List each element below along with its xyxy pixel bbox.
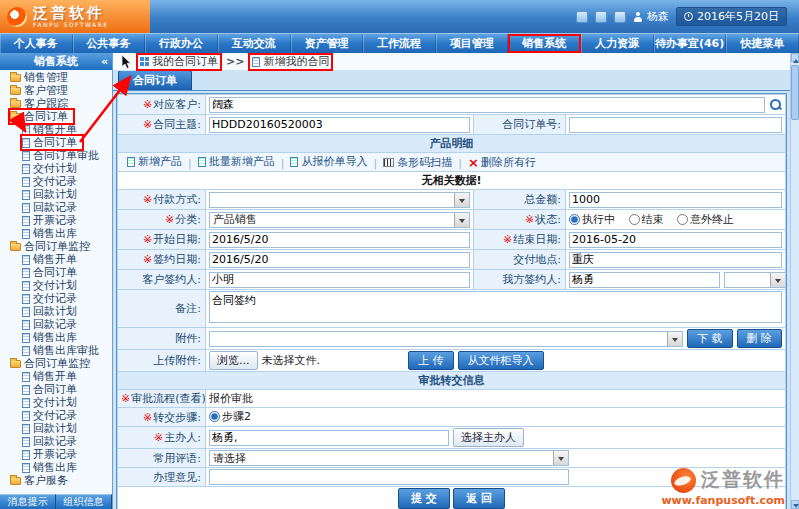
status-option-finished[interactable]: 结束 <box>629 212 664 227</box>
organizer-input[interactable] <box>209 430 449 446</box>
sidebar-item[interactable]: 回款计划 <box>22 422 82 435</box>
sidebar-item[interactable]: 交付计划 <box>22 162 82 175</box>
upload-button[interactable]: 上 传 <box>408 351 454 370</box>
order-no-input[interactable] <box>569 117 782 133</box>
home-icon[interactable] <box>576 11 588 23</box>
sidebar-item[interactable]: 回款记录 <box>22 201 82 214</box>
sidebar-item[interactable]: 销售出库 <box>22 227 82 240</box>
nav-item[interactable]: 人力资源 <box>581 34 654 53</box>
total-input[interactable] <box>569 192 782 208</box>
product-button[interactable]: 新增产品 <box>127 154 182 169</box>
logout-icon[interactable] <box>614 11 626 23</box>
sidebar-item[interactable]: 交付计划 <box>22 279 82 292</box>
sidebar-item[interactable]: 合同订单 <box>22 136 82 149</box>
sidebar-item[interactable]: 客户服务 <box>10 474 73 487</box>
sidebar-item[interactable]: 客户跟踪 <box>10 97 73 110</box>
sidebar-item[interactable]: 回款计划 <box>22 305 82 318</box>
nav-item[interactable]: 资产管理 <box>291 34 364 53</box>
start-date-input[interactable] <box>209 232 470 248</box>
nav-item[interactable]: 项目管理 <box>436 34 509 53</box>
messages-bar[interactable]: 消息提示 <box>0 494 56 509</box>
org-info-bar[interactable]: 组织信息 <box>56 494 112 509</box>
subject-input[interactable] <box>209 117 470 133</box>
status-radio-terminated[interactable] <box>677 214 688 225</box>
sidebar-item[interactable]: 开票记录 <box>22 214 82 227</box>
mail-icon[interactable] <box>595 11 607 23</box>
import-from-cabinet-button[interactable]: 从文件柜导入 <box>458 351 544 370</box>
status-radio-executing[interactable] <box>569 214 580 225</box>
sidebar-item[interactable]: 交付记录 <box>22 409 82 422</box>
sidebar-item[interactable]: 客户管理 <box>10 84 73 97</box>
our-signer-input[interactable] <box>569 272 720 288</box>
sidebar-item[interactable]: 合同订单监控 <box>10 240 95 253</box>
remark-textarea[interactable]: 合同签约 <box>209 291 782 323</box>
category-select[interactable]: 产品销售 <box>209 212 470 228</box>
breadcrumb-item-my-contract-orders[interactable]: 我的合同订单 <box>137 54 221 70</box>
sidebar-item[interactable]: 回款计划 <box>22 188 82 201</box>
product-button[interactable]: 条形码扫描 <box>383 155 452 170</box>
sidebar-item[interactable]: 回款记录 <box>22 318 82 331</box>
end-date-input[interactable] <box>569 232 782 248</box>
sidebar-item[interactable]: 销售出库审批 <box>22 344 104 357</box>
status-option-executing[interactable]: 执行中 <box>569 212 615 227</box>
sidebar-item[interactable]: 合同订单 <box>10 110 73 123</box>
comment-select[interactable]: 请选择 <box>209 450 569 466</box>
sidebar-item[interactable]: 交付记录 <box>22 292 82 305</box>
back-button[interactable]: 返 回 <box>453 488 505 509</box>
nav-item[interactable]: 工作流程 <box>363 34 436 53</box>
opinion-input[interactable] <box>209 469 569 485</box>
separator: | <box>373 157 377 170</box>
nav-item[interactable]: 个人事务 <box>0 34 73 53</box>
collapse-icon[interactable]: « <box>101 55 108 68</box>
sidebar-item[interactable]: 销售管理 <box>10 71 73 84</box>
nav-item[interactable]: 销售系统 <box>508 34 581 53</box>
sidebar-item-label: 回款记录 <box>33 435 77 448</box>
nav-item[interactable]: 行政办公 <box>145 34 218 53</box>
delete-button[interactable]: 删 除 <box>737 329 783 348</box>
browse-button[interactable]: 浏览... <box>209 351 258 370</box>
nav-item[interactable]: 待办事宜(46) <box>654 34 727 53</box>
search-icon[interactable] <box>769 98 782 111</box>
tab-contract-order[interactable]: 合同订单 <box>118 70 192 90</box>
breadcrumb-item-new-contract[interactable]: 新增我的合同 <box>249 54 332 70</box>
sign-date-input[interactable] <box>209 252 470 268</box>
sidebar-item[interactable]: 合同订单监控 <box>10 357 95 370</box>
delivery-place-input[interactable] <box>569 252 782 268</box>
our-signer-select[interactable] <box>724 272 786 288</box>
sidebar-item[interactable]: 销售出库 <box>22 461 82 474</box>
status-option-terminated[interactable]: 意外终止 <box>677 212 734 227</box>
sidebar-item[interactable]: 交付记录 <box>22 175 82 188</box>
scroll-down-icon[interactable] <box>791 500 799 509</box>
nav-item[interactable]: 快捷菜单 <box>726 34 799 53</box>
sidebar-item[interactable]: 销售开单 <box>22 123 82 136</box>
download-button[interactable]: 下 载 <box>687 329 733 348</box>
sidebar-item[interactable]: 合同订单 <box>22 383 82 396</box>
product-button[interactable]: 删除所有行 <box>468 155 536 170</box>
sidebar-item[interactable]: 合同订单审批 <box>22 149 104 162</box>
sidebar-item[interactable]: 回款记录 <box>22 435 82 448</box>
step-radio[interactable] <box>209 411 220 422</box>
sidebar-item[interactable]: 销售开单 <box>22 370 82 383</box>
document-icon <box>252 57 260 67</box>
payment-select[interactable] <box>209 192 470 208</box>
attachment-select[interactable] <box>209 331 683 347</box>
nav-item[interactable]: 互动交流 <box>218 34 291 53</box>
status-radio-finished[interactable] <box>629 214 640 225</box>
step-option[interactable]: 步骤2 <box>209 409 251 424</box>
sidebar-item[interactable]: 合同订单 <box>22 266 82 279</box>
sidebar-item[interactable]: 销售出库 <box>22 331 82 344</box>
nav-item[interactable]: 公共事务 <box>73 34 146 53</box>
sidebar-item[interactable]: 开票记录 <box>22 448 82 461</box>
submit-button[interactable]: 提 交 <box>398 488 450 509</box>
vertical-scrollbar[interactable] <box>790 53 799 509</box>
scrollbar-thumb[interactable] <box>791 65 799 120</box>
sidebar-item[interactable]: 销售开单 <box>22 253 82 266</box>
product-button[interactable]: 从报价单导入 <box>290 154 367 169</box>
customer-input[interactable] <box>209 97 765 113</box>
choose-organizer-button[interactable]: 选择主办人 <box>453 428 524 447</box>
sidebar-item[interactable]: 交付计划 <box>22 396 82 409</box>
customer-signer-input[interactable] <box>209 272 470 288</box>
scroll-up-icon[interactable] <box>791 53 799 62</box>
product-button[interactable]: 批量新增产品 <box>198 154 275 169</box>
doc-icon <box>22 164 30 174</box>
